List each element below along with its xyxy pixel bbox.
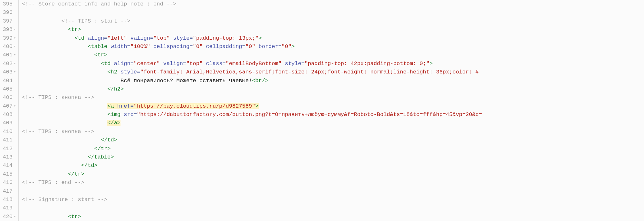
highlighted-span: </a> xyxy=(107,120,120,126)
code-line[interactable] xyxy=(22,8,644,17)
code-line[interactable] xyxy=(22,187,644,196)
tag-tr: tr xyxy=(98,52,104,58)
code-line[interactable]: </a> xyxy=(22,119,644,127)
attr-valign: valign xyxy=(160,61,183,67)
attr-href: href xyxy=(114,103,130,109)
code-line[interactable] xyxy=(22,204,644,212)
code-line[interactable]: <a href="https://pay.cloudtips.ru/p/d982… xyxy=(22,102,644,110)
code-line[interactable]: <tr> xyxy=(22,25,644,34)
tag-a: a xyxy=(111,103,114,109)
line-number-414[interactable]: 414 xyxy=(0,161,16,170)
line-number-401[interactable]: 401▾ xyxy=(0,51,16,59)
code-line[interactable]: </tr> xyxy=(22,170,644,178)
line-number-409[interactable]: 409 xyxy=(0,119,16,127)
tag-tr: tr xyxy=(71,214,78,220)
fold-icon[interactable]: ▾ xyxy=(13,43,16,51)
html-comment: <!-- TIPS : кнопка --> xyxy=(22,94,94,101)
tag-close-bracket: > xyxy=(78,26,81,33)
line-number-418[interactable]: 418 xyxy=(0,196,16,204)
line-number-407[interactable]: 407▾ xyxy=(0,102,16,110)
code-line[interactable]: <img src="https://dabuttonfactory.com/bu… xyxy=(22,110,644,119)
fold-icon[interactable]: ▾ xyxy=(13,51,16,59)
code-line[interactable]: Всё понравилось? Можете оставить чаевые!… xyxy=(22,77,644,85)
code-line[interactable]: </tr> xyxy=(22,145,644,153)
fold-icon[interactable]: ▾ xyxy=(13,25,16,34)
line-number-410[interactable]: 410 xyxy=(0,128,16,136)
html-comment: <!-- TIPS : start --> xyxy=(61,18,130,24)
html-comment: <!-- Store contact info and help note : … xyxy=(22,1,176,7)
line-number-420[interactable]: 420▾ xyxy=(0,213,16,221)
line-number-gutter[interactable]: 395 396 397 398▾ 399▾ 400▾ 401▾ 402▾ 403… xyxy=(0,0,19,221)
code-line[interactable]: <!-- TIPS : кнопка --> xyxy=(22,128,644,136)
line-number-406[interactable]: 406 xyxy=(0,93,16,102)
code-line[interactable]: <!-- Signature : start --> xyxy=(22,196,644,204)
attr-value: "font-family: Arial,Helvetica,sans-serif… xyxy=(140,69,479,75)
attr-src: src xyxy=(120,111,134,118)
code-line[interactable]: <!-- TIPS : start --> xyxy=(22,17,644,25)
code-line[interactable]: <h2 style="font-family: Arial,Helvetica,… xyxy=(22,68,644,76)
line-number-404[interactable]: 404 xyxy=(0,77,16,85)
line-number-396[interactable]: 396 xyxy=(0,8,16,17)
code-line[interactable]: </h2> xyxy=(22,85,644,93)
tag-tr-close: tr xyxy=(74,171,81,177)
tag-td: td xyxy=(78,35,84,41)
attr-cellpadding: cellpadding xyxy=(203,43,242,50)
text-content: Всё понравилось? Можете оставить чаевые! xyxy=(120,78,252,84)
tag-br: br xyxy=(255,78,262,84)
line-number-403[interactable]: 403▾ xyxy=(0,68,16,76)
line-number-417[interactable]: 417 xyxy=(0,187,16,196)
attr-value: "0" xyxy=(245,43,255,50)
line-number-412[interactable]: 412 xyxy=(0,145,16,153)
highlighted-span: <a href="https://pay.cloudtips.ru/p/d982… xyxy=(107,103,258,109)
tag-img: img xyxy=(111,111,120,118)
tag-table-close: table xyxy=(94,154,111,160)
fold-icon[interactable]: ▾ xyxy=(13,60,16,68)
code-line[interactable]: </td> xyxy=(22,136,644,144)
attr-value: "top" xyxy=(153,35,170,41)
code-line[interactable]: <!-- TIPS : end --> xyxy=(22,178,644,187)
attr-value: "padding-top: 42px;padding-bottom: 0;" xyxy=(304,61,429,67)
attr-style: style xyxy=(117,69,137,75)
fold-icon[interactable]: ▾ xyxy=(13,68,16,76)
code-line[interactable]: </td> xyxy=(22,161,644,170)
fold-icon[interactable]: ▾ xyxy=(13,102,16,110)
line-number-398[interactable]: 398▾ xyxy=(0,25,16,34)
line-number-397[interactable]: 397 xyxy=(0,17,16,25)
line-number-395[interactable]: 395 xyxy=(0,0,16,8)
code-line[interactable]: <tr> xyxy=(22,51,644,59)
tag-h2: h2 xyxy=(111,69,117,75)
html-comment: <!-- Signature : start --> xyxy=(22,197,107,203)
line-number-402[interactable]: 402▾ xyxy=(0,60,16,68)
attr-value: "0" xyxy=(282,43,292,50)
code-area[interactable]: <!-- Store contact info and help note : … xyxy=(19,0,644,221)
attr-align: align xyxy=(84,35,104,41)
line-number-399[interactable]: 399▾ xyxy=(0,34,16,43)
attr-value: "0" xyxy=(193,43,203,50)
attr-value: "padding-top: 13px;" xyxy=(193,35,259,41)
tag-table: table xyxy=(91,43,107,50)
tag-h2-close: h2 xyxy=(114,86,120,92)
line-number-411[interactable]: 411 xyxy=(0,136,16,144)
line-number-419[interactable]: 419 xyxy=(0,204,16,212)
fold-icon[interactable]: ▾ xyxy=(13,213,16,221)
line-number-416[interactable]: 416 xyxy=(0,178,16,187)
code-line[interactable]: <table width="100%" cellspacing="0" cell… xyxy=(22,43,644,51)
tag-td-close: td xyxy=(88,162,94,168)
line-number-413[interactable]: 413 xyxy=(0,153,16,161)
code-line[interactable]: <tr> xyxy=(22,213,644,221)
line-number-408[interactable]: 408 xyxy=(0,110,16,119)
code-line[interactable]: <td align="center" valign="top" class="e… xyxy=(22,60,644,68)
tag-tr-close: tr xyxy=(101,146,107,152)
code-line[interactable]: <!-- Store contact info and help note : … xyxy=(22,0,644,8)
code-line[interactable]: <td align="left" valign="top" style="pad… xyxy=(22,34,644,43)
fold-icon[interactable]: ▾ xyxy=(13,34,16,43)
code-line[interactable]: <!-- TIPS : кнопка --> xyxy=(22,93,644,102)
tag-open-bracket: < xyxy=(68,26,71,33)
line-number-405[interactable]: 405 xyxy=(0,85,16,93)
attr-cellspacing: cellspacing xyxy=(150,43,189,50)
line-number-400[interactable]: 400▾ xyxy=(0,43,16,51)
attr-value: "emailBodyBottom" xyxy=(226,61,282,67)
attr-value: "center" xyxy=(134,61,160,67)
code-line[interactable]: </table> xyxy=(22,153,644,161)
line-number-415[interactable]: 415 xyxy=(0,170,16,178)
